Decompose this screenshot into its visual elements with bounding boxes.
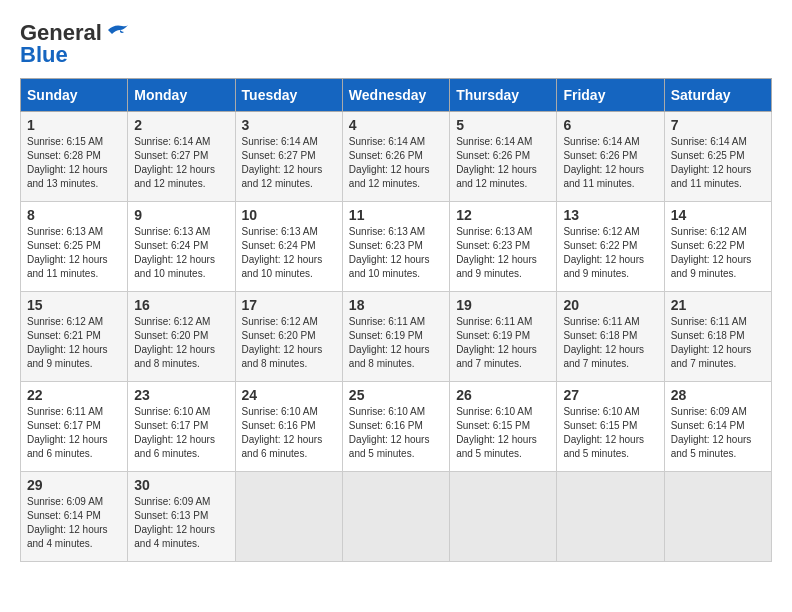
- day-cell: 12 Sunrise: 6:13 AM Sunset: 6:23 PM Dayl…: [450, 202, 557, 292]
- col-header-wednesday: Wednesday: [342, 79, 449, 112]
- day-number: 11: [349, 207, 443, 223]
- day-number: 15: [27, 297, 121, 313]
- day-cell: 14 Sunrise: 6:12 AM Sunset: 6:22 PM Dayl…: [664, 202, 771, 292]
- logo: General Blue: [20, 20, 130, 68]
- calendar-table: SundayMondayTuesdayWednesdayThursdayFrid…: [20, 78, 772, 562]
- day-cell: 13 Sunrise: 6:12 AM Sunset: 6:22 PM Dayl…: [557, 202, 664, 292]
- col-header-monday: Monday: [128, 79, 235, 112]
- day-content: Sunrise: 6:10 AM Sunset: 6:16 PM Dayligh…: [349, 405, 443, 461]
- day-cell: 2 Sunrise: 6:14 AM Sunset: 6:27 PM Dayli…: [128, 112, 235, 202]
- day-cell: 11 Sunrise: 6:13 AM Sunset: 6:23 PM Dayl…: [342, 202, 449, 292]
- day-number: 5: [456, 117, 550, 133]
- day-number: 26: [456, 387, 550, 403]
- day-content: Sunrise: 6:12 AM Sunset: 6:20 PM Dayligh…: [134, 315, 228, 371]
- day-cell: 1 Sunrise: 6:15 AM Sunset: 6:28 PM Dayli…: [21, 112, 128, 202]
- day-content: Sunrise: 6:12 AM Sunset: 6:22 PM Dayligh…: [563, 225, 657, 281]
- day-cell: 26 Sunrise: 6:10 AM Sunset: 6:15 PM Dayl…: [450, 382, 557, 472]
- day-number: 22: [27, 387, 121, 403]
- day-cell: 25 Sunrise: 6:10 AM Sunset: 6:16 PM Dayl…: [342, 382, 449, 472]
- day-cell: 4 Sunrise: 6:14 AM Sunset: 6:26 PM Dayli…: [342, 112, 449, 202]
- day-cell: 8 Sunrise: 6:13 AM Sunset: 6:25 PM Dayli…: [21, 202, 128, 292]
- day-cell: 27 Sunrise: 6:10 AM Sunset: 6:15 PM Dayl…: [557, 382, 664, 472]
- day-number: 25: [349, 387, 443, 403]
- day-number: 20: [563, 297, 657, 313]
- day-number: 13: [563, 207, 657, 223]
- day-number: 14: [671, 207, 765, 223]
- day-number: 28: [671, 387, 765, 403]
- day-cell: 17 Sunrise: 6:12 AM Sunset: 6:20 PM Dayl…: [235, 292, 342, 382]
- week-row-1: 1 Sunrise: 6:15 AM Sunset: 6:28 PM Dayli…: [21, 112, 772, 202]
- day-content: Sunrise: 6:11 AM Sunset: 6:19 PM Dayligh…: [456, 315, 550, 371]
- day-number: 24: [242, 387, 336, 403]
- day-cell: 6 Sunrise: 6:14 AM Sunset: 6:26 PM Dayli…: [557, 112, 664, 202]
- day-content: Sunrise: 6:13 AM Sunset: 6:23 PM Dayligh…: [456, 225, 550, 281]
- day-cell: 7 Sunrise: 6:14 AM Sunset: 6:25 PM Dayli…: [664, 112, 771, 202]
- day-content: Sunrise: 6:11 AM Sunset: 6:18 PM Dayligh…: [563, 315, 657, 371]
- logo-bird-icon: [102, 22, 130, 44]
- calendar-header-row: SundayMondayTuesdayWednesdayThursdayFrid…: [21, 79, 772, 112]
- day-cell: 30 Sunrise: 6:09 AM Sunset: 6:13 PM Dayl…: [128, 472, 235, 562]
- day-content: Sunrise: 6:11 AM Sunset: 6:17 PM Dayligh…: [27, 405, 121, 461]
- day-number: 3: [242, 117, 336, 133]
- day-content: Sunrise: 6:09 AM Sunset: 6:14 PM Dayligh…: [27, 495, 121, 551]
- day-cell: 9 Sunrise: 6:13 AM Sunset: 6:24 PM Dayli…: [128, 202, 235, 292]
- day-cell: 21 Sunrise: 6:11 AM Sunset: 6:18 PM Dayl…: [664, 292, 771, 382]
- day-content: Sunrise: 6:10 AM Sunset: 6:15 PM Dayligh…: [563, 405, 657, 461]
- day-content: Sunrise: 6:09 AM Sunset: 6:13 PM Dayligh…: [134, 495, 228, 551]
- day-cell: 3 Sunrise: 6:14 AM Sunset: 6:27 PM Dayli…: [235, 112, 342, 202]
- day-cell: 5 Sunrise: 6:14 AM Sunset: 6:26 PM Dayli…: [450, 112, 557, 202]
- day-content: Sunrise: 6:13 AM Sunset: 6:24 PM Dayligh…: [134, 225, 228, 281]
- day-content: Sunrise: 6:15 AM Sunset: 6:28 PM Dayligh…: [27, 135, 121, 191]
- day-content: Sunrise: 6:11 AM Sunset: 6:18 PM Dayligh…: [671, 315, 765, 371]
- day-cell: [342, 472, 449, 562]
- day-content: Sunrise: 6:12 AM Sunset: 6:20 PM Dayligh…: [242, 315, 336, 371]
- day-content: Sunrise: 6:13 AM Sunset: 6:25 PM Dayligh…: [27, 225, 121, 281]
- day-number: 29: [27, 477, 121, 493]
- col-header-tuesday: Tuesday: [235, 79, 342, 112]
- day-content: Sunrise: 6:14 AM Sunset: 6:27 PM Dayligh…: [134, 135, 228, 191]
- day-content: Sunrise: 6:14 AM Sunset: 6:26 PM Dayligh…: [456, 135, 550, 191]
- week-row-3: 15 Sunrise: 6:12 AM Sunset: 6:21 PM Dayl…: [21, 292, 772, 382]
- day-content: Sunrise: 6:13 AM Sunset: 6:23 PM Dayligh…: [349, 225, 443, 281]
- day-number: 18: [349, 297, 443, 313]
- page-header: General Blue: [20, 20, 772, 68]
- col-header-saturday: Saturday: [664, 79, 771, 112]
- col-header-friday: Friday: [557, 79, 664, 112]
- logo-blue: Blue: [20, 42, 68, 68]
- day-cell: 19 Sunrise: 6:11 AM Sunset: 6:19 PM Dayl…: [450, 292, 557, 382]
- day-content: Sunrise: 6:09 AM Sunset: 6:14 PM Dayligh…: [671, 405, 765, 461]
- col-header-thursday: Thursday: [450, 79, 557, 112]
- day-content: Sunrise: 6:14 AM Sunset: 6:25 PM Dayligh…: [671, 135, 765, 191]
- day-cell: 10 Sunrise: 6:13 AM Sunset: 6:24 PM Dayl…: [235, 202, 342, 292]
- day-cell: [235, 472, 342, 562]
- week-row-2: 8 Sunrise: 6:13 AM Sunset: 6:25 PM Dayli…: [21, 202, 772, 292]
- day-number: 10: [242, 207, 336, 223]
- day-content: Sunrise: 6:10 AM Sunset: 6:17 PM Dayligh…: [134, 405, 228, 461]
- day-cell: 29 Sunrise: 6:09 AM Sunset: 6:14 PM Dayl…: [21, 472, 128, 562]
- day-number: 21: [671, 297, 765, 313]
- day-content: Sunrise: 6:12 AM Sunset: 6:22 PM Dayligh…: [671, 225, 765, 281]
- day-number: 9: [134, 207, 228, 223]
- day-cell: [664, 472, 771, 562]
- day-number: 6: [563, 117, 657, 133]
- col-header-sunday: Sunday: [21, 79, 128, 112]
- day-number: 8: [27, 207, 121, 223]
- week-row-5: 29 Sunrise: 6:09 AM Sunset: 6:14 PM Dayl…: [21, 472, 772, 562]
- day-content: Sunrise: 6:10 AM Sunset: 6:16 PM Dayligh…: [242, 405, 336, 461]
- day-number: 2: [134, 117, 228, 133]
- day-content: Sunrise: 6:14 AM Sunset: 6:26 PM Dayligh…: [563, 135, 657, 191]
- day-number: 30: [134, 477, 228, 493]
- day-number: 19: [456, 297, 550, 313]
- day-cell: [450, 472, 557, 562]
- day-number: 1: [27, 117, 121, 133]
- day-number: 12: [456, 207, 550, 223]
- day-cell: 20 Sunrise: 6:11 AM Sunset: 6:18 PM Dayl…: [557, 292, 664, 382]
- day-number: 16: [134, 297, 228, 313]
- day-cell: 22 Sunrise: 6:11 AM Sunset: 6:17 PM Dayl…: [21, 382, 128, 472]
- day-number: 4: [349, 117, 443, 133]
- day-cell: [557, 472, 664, 562]
- day-content: Sunrise: 6:12 AM Sunset: 6:21 PM Dayligh…: [27, 315, 121, 371]
- day-content: Sunrise: 6:11 AM Sunset: 6:19 PM Dayligh…: [349, 315, 443, 371]
- day-content: Sunrise: 6:13 AM Sunset: 6:24 PM Dayligh…: [242, 225, 336, 281]
- day-number: 7: [671, 117, 765, 133]
